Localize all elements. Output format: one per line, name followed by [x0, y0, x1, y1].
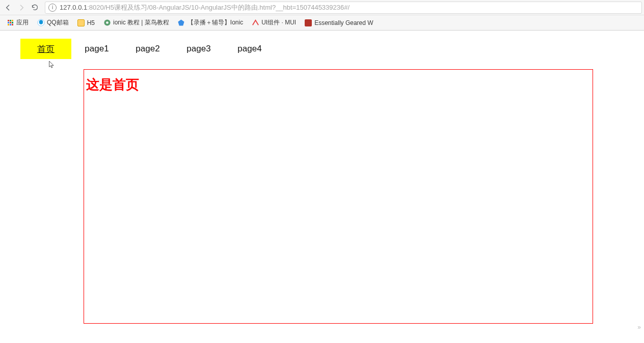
back-button[interactable] — [2, 2, 14, 14]
bookmarks-bar: 应用 QQ邮箱 H5 ionic 教程 | 菜鸟教程 【录播＋辅导】Ionic … — [0, 15, 644, 31]
bookmark-ionic-course[interactable]: 【录播＋辅导】Ionic — [175, 17, 245, 28]
folder-icon — [77, 19, 85, 27]
router-view: 这是首页 — [84, 69, 593, 324]
bookmark-label: H5 — [87, 19, 95, 26]
bookmark-essentially-geared[interactable]: Essentially Geared W — [302, 18, 375, 28]
svg-point-3 — [106, 21, 109, 24]
tab-label: 首页 — [37, 43, 55, 55]
bookmark-ionic[interactable]: ionic 教程 | 菜鸟教程 — [101, 17, 171, 28]
reload-button[interactable] — [29, 2, 41, 14]
bookmark-label: Essentially Geared W — [314, 19, 373, 26]
svg-marker-4 — [178, 19, 184, 25]
tab-page3[interactable]: page3 — [173, 39, 224, 59]
eg-icon — [304, 19, 312, 27]
address-bar[interactable]: i 127.0.0.1:8020/H5课程及练习/08-AngularJS/10… — [45, 2, 642, 14]
view-heading: 这是首页 — [84, 70, 593, 94]
bookmark-label: ionic 教程 | 菜鸟教程 — [113, 18, 169, 27]
tab-label: page2 — [136, 44, 159, 54]
mui-icon — [251, 19, 259, 27]
site-info-icon[interactable]: i — [48, 4, 57, 12]
page-content: 首页 page1 page2 page3 page4 这是首页 — [0, 31, 644, 339]
ionic-icon — [103, 19, 111, 27]
bookmark-label: UI组件 · MUI — [261, 18, 296, 27]
tab-label: page3 — [186, 44, 210, 54]
apps-icon — [6, 19, 14, 27]
forward-button[interactable] — [15, 2, 28, 14]
bookmark-h5[interactable]: H5 — [75, 18, 97, 28]
tab-home[interactable]: 首页 — [20, 39, 71, 59]
cursor-icon — [46, 60, 56, 71]
browser-nav-bar: i 127.0.0.1:8020/H5课程及练习/08-AngularJS/10… — [0, 0, 644, 15]
diamond-icon — [177, 19, 185, 27]
bookmark-qqmail[interactable]: QQ邮箱 — [35, 17, 71, 28]
tab-page1[interactable]: page1 — [71, 39, 122, 59]
route-tabs: 首页 page1 page2 page3 page4 — [20, 39, 644, 59]
bookmark-label: 【录播＋辅导】Ionic — [187, 18, 243, 27]
tab-page2[interactable]: page2 — [122, 39, 173, 59]
qq-icon — [37, 19, 45, 27]
tab-label: page4 — [237, 44, 261, 54]
bookmark-mui[interactable]: UI组件 · MUI — [249, 17, 298, 28]
bookmark-label: QQ邮箱 — [47, 18, 69, 27]
tab-label: page1 — [85, 44, 109, 54]
bookmarks-overflow-icon[interactable]: » — [637, 324, 641, 331]
bookmark-label: 应用 — [16, 18, 29, 27]
svg-point-1 — [39, 20, 43, 24]
url-host: 127.0.0.1:8020/H5课程及练习/08-AngularJS/10-A… — [60, 3, 350, 12]
bookmark-apps[interactable]: 应用 — [4, 17, 31, 28]
tab-page4[interactable]: page4 — [224, 39, 275, 59]
